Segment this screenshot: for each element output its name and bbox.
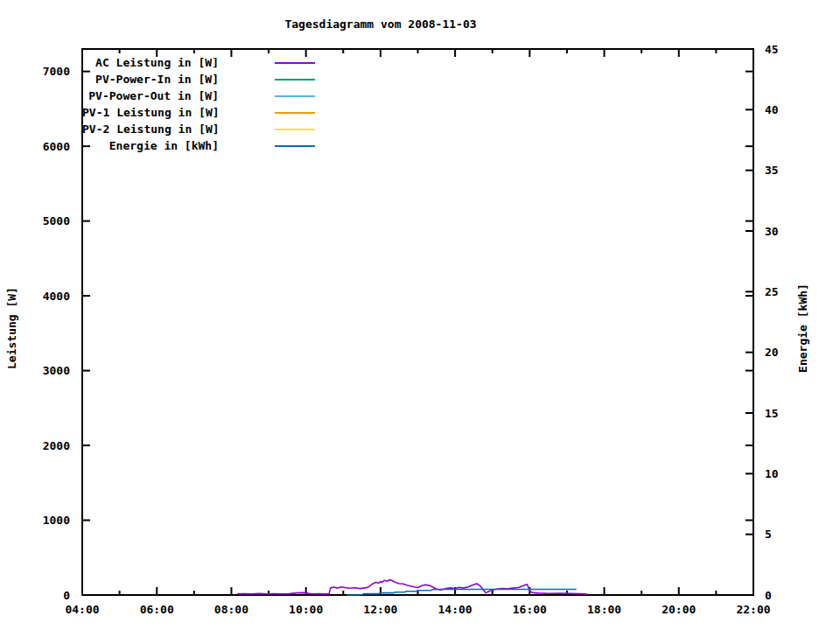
tick-label: 35 [765, 164, 779, 177]
tick-label: 2000 [43, 439, 70, 452]
legend-line-sample-ac [275, 62, 315, 64]
legend-line-sample-energie [275, 145, 315, 147]
tick-label: 15 [765, 407, 779, 420]
legend-row-pv2-leistung: PV-2 Leistung in [W] [82, 121, 318, 137]
tagesdiagramm-chart: Tagesdiagramm vom 2008-11-03 Leistung [W… [0, 0, 840, 630]
y2-axis-ticks: 051015202530354045 [746, 43, 779, 602]
tick-label: 22:00 [736, 603, 770, 616]
legend-line-sample-pv2 [275, 129, 315, 130]
tick-label: 08:00 [214, 603, 248, 616]
legend-row-energie: Energie in [kWh] [82, 137, 318, 154]
tick-label: 45 [765, 43, 779, 56]
legend-row-pv-power-in: PV-Power-In in [W] [82, 71, 318, 88]
legend-label: PV-Power-In in [W] [82, 73, 219, 86]
tick-label: 06:00 [140, 603, 174, 616]
legend-label: PV-2 Leistung in [W] [82, 122, 219, 136]
legend-label: PV-1 Leistung in [W] [82, 106, 219, 119]
tick-label: 14:00 [438, 603, 472, 616]
legend-label: Energie in [kWh] [82, 139, 219, 152]
tick-label: 10:00 [289, 603, 323, 616]
tick-label: 5 [765, 528, 772, 541]
tick-label: 40 [765, 103, 779, 116]
legend-line-sample-pv-out [275, 95, 315, 97]
tick-label: 16:00 [513, 603, 547, 616]
legend-label: AC Leistung in [W] [82, 56, 219, 69]
tick-label: 20:00 [662, 603, 696, 616]
tick-label: 7000 [43, 65, 70, 78]
tick-label: 10 [765, 467, 779, 480]
series-lines [237, 580, 588, 596]
legend-line-sample-pv-in [275, 79, 315, 80]
tick-label: 4000 [43, 290, 70, 303]
tick-label: 0 [63, 589, 70, 602]
tick-label: 6000 [43, 140, 70, 153]
legend-label: PV-Power-Out in [W] [82, 89, 219, 102]
tick-label: 30 [765, 225, 779, 238]
legend-row-pv1-leistung: PV-1 Leistung in [W] [82, 104, 318, 121]
tick-label: 20 [765, 346, 779, 359]
tick-label: 04:00 [65, 603, 99, 616]
tick-label: 18:00 [587, 603, 621, 616]
tick-label: 1000 [43, 514, 70, 527]
tick-label: 3000 [43, 364, 70, 377]
tick-label: 5000 [43, 214, 70, 228]
legend-row-pv-power-out: PV-Power-Out in [W] [82, 88, 318, 104]
legend-row-ac-leistung: AC Leistung in [W] [82, 54, 318, 71]
legend-line-sample-pv1 [275, 112, 315, 114]
tick-label: 25 [765, 285, 779, 298]
legend: AC Leistung in [W] PV-Power-In in [W] PV… [82, 54, 318, 154]
tick-label: 12:00 [363, 603, 397, 616]
series-ac-leistung-in-w [237, 580, 588, 595]
tick-label: 0 [765, 589, 772, 602]
